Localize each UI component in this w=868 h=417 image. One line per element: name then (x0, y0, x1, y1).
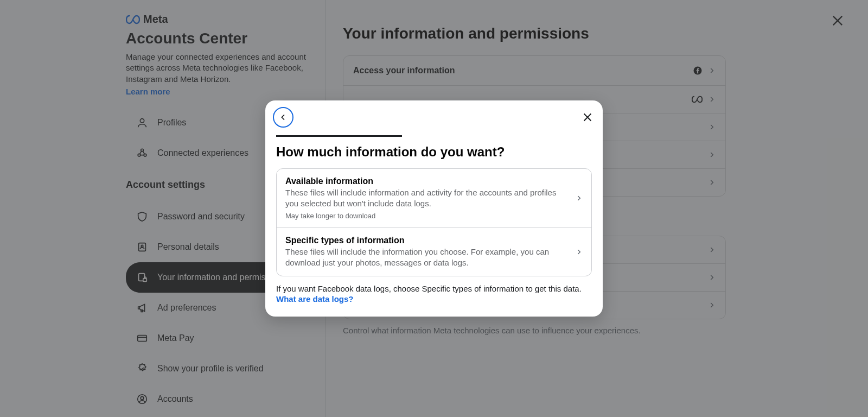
modal-dialog: How much information do you want? Availa… (265, 100, 603, 317)
data-logs-link[interactable]: What are data logs? (276, 294, 592, 304)
chevron-right-icon (575, 194, 583, 202)
modal-title: How much information do you want? (276, 144, 592, 160)
option-available-info[interactable]: Available information These files will i… (277, 169, 591, 228)
option-title: Specific types of information (285, 236, 569, 245)
option-desc: These files will include the information… (285, 247, 569, 269)
option-title: Available information (285, 176, 569, 186)
option-desc: These files will include information and… (285, 187, 569, 210)
progress-indicator (276, 135, 402, 137)
modal-overlay[interactable]: How much information do you want? Availa… (0, 0, 868, 417)
chevron-right-icon (575, 248, 583, 256)
close-button[interactable] (580, 110, 595, 125)
option-meta: May take longer to download (285, 212, 569, 220)
modal-footer-text: If you want Facebook data logs, choose S… (276, 284, 582, 293)
option-specific-types[interactable]: Specific types of information These file… (277, 228, 591, 276)
modal-option-group: Available information These files will i… (276, 168, 592, 276)
back-button[interactable] (273, 107, 293, 128)
